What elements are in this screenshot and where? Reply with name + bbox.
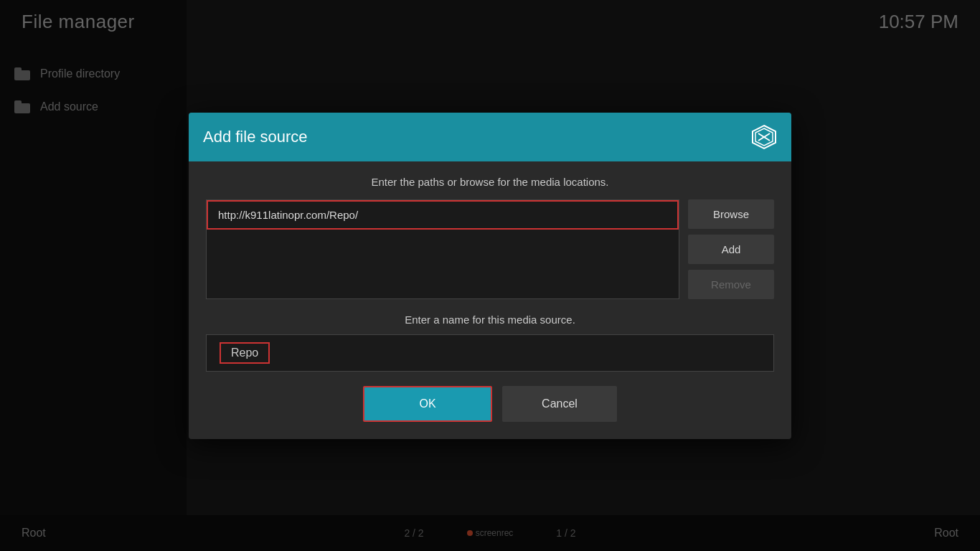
svg-line-5	[764, 137, 770, 141]
name-input-wrapper: Repo	[206, 334, 774, 372]
cancel-button[interactable]: Cancel	[502, 386, 617, 422]
browse-button[interactable]: Browse	[688, 199, 774, 229]
modal-overlay: Add file source Enter the paths or brows…	[0, 0, 980, 551]
dialog-actions: OK Cancel	[206, 386, 774, 422]
svg-line-4	[764, 133, 770, 137]
dialog-header: Add file source	[189, 113, 791, 161]
dialog-instruction: Enter the paths or browse for the media …	[206, 176, 774, 188]
dialog-title: Add file source	[203, 128, 308, 146]
add-button[interactable]: Add	[688, 235, 774, 264]
paths-list: http://k911latinopr.com/Repo/	[206, 199, 679, 299]
svg-line-2	[758, 133, 764, 137]
path-item[interactable]: http://k911latinopr.com/Repo/	[207, 200, 679, 230]
name-input-inner[interactable]: Repo	[207, 335, 773, 371]
paths-buttons: Browse Add Remove	[688, 199, 774, 299]
name-section: Enter a name for this media source. Repo	[206, 314, 774, 372]
ok-button[interactable]: OK	[363, 386, 492, 422]
remove-button[interactable]: Remove	[688, 270, 774, 299]
paths-area: http://k911latinopr.com/Repo/ Browse Add…	[206, 199, 774, 299]
dialog-body: Enter the paths or browse for the media …	[189, 161, 791, 439]
name-value[interactable]: Repo	[220, 342, 270, 364]
name-instruction: Enter a name for this media source.	[206, 314, 774, 326]
kodi-logo	[751, 124, 777, 150]
add-file-source-dialog: Add file source Enter the paths or brows…	[189, 113, 791, 439]
svg-line-3	[758, 137, 764, 141]
